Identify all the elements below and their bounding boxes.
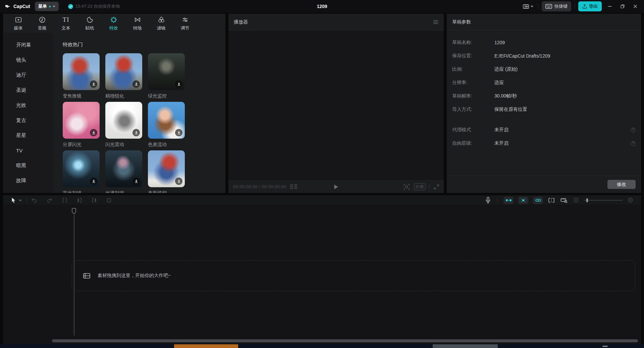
undo-button[interactable] xyxy=(31,197,38,203)
frame-list-icon[interactable] xyxy=(290,184,298,189)
tab-audio[interactable]: 音频 xyxy=(30,14,54,33)
effect-card[interactable]: 蓝光扫描 xyxy=(63,150,100,193)
category-item[interactable]: TV xyxy=(3,143,53,158)
effect-name: 表面模糊 xyxy=(148,190,185,193)
download-icon[interactable] xyxy=(175,129,182,136)
effect-card[interactable]: 绿光监控 xyxy=(148,53,185,99)
help-icon[interactable]: ? xyxy=(631,141,636,146)
effect-card[interactable]: 分屏闪光 xyxy=(63,102,100,148)
effect-thumbnail[interactable] xyxy=(105,150,142,187)
category-item[interactable]: 光效 xyxy=(3,98,53,113)
effect-card[interactable]: 精细锐化 xyxy=(105,53,142,99)
zoom-in-icon[interactable] xyxy=(627,197,634,203)
category-item[interactable]: 扭曲 xyxy=(3,188,53,193)
zoom-track xyxy=(584,200,623,201)
effect-thumbnail[interactable] xyxy=(105,53,142,90)
preview-axis-button[interactable] xyxy=(548,197,555,203)
effects-area: 特效热门 变焦推镜精细锐化绿光监控分屏闪光闪光震动色差流动蓝光扫描光谱扫描表面模… xyxy=(53,33,225,193)
player-menu-icon[interactable] xyxy=(433,20,438,24)
export-button[interactable]: 导出 xyxy=(578,1,602,11)
main-track-magnet-button[interactable] xyxy=(503,197,514,204)
horizontal-scrollbar[interactable] xyxy=(52,339,638,342)
tab-transition[interactable]: 转场 xyxy=(125,14,149,33)
effect-card[interactable]: 变焦推镜 xyxy=(63,53,100,99)
delete-right-icon[interactable] xyxy=(91,197,97,203)
download-icon[interactable] xyxy=(90,129,97,136)
category-item[interactable]: 星星 xyxy=(3,128,53,143)
restore-button[interactable] xyxy=(618,3,627,10)
select-tool-dropdown[interactable] xyxy=(18,199,22,202)
audio-icon xyxy=(39,16,46,24)
preview-quality-icon[interactable] xyxy=(404,184,410,190)
effect-card[interactable]: 闪光震动 xyxy=(105,102,142,148)
param-value: 未开启 xyxy=(494,140,508,146)
category-item[interactable]: 迪厅 xyxy=(3,68,53,83)
freeze-frame-icon[interactable] xyxy=(106,197,112,203)
param-row: 草稿帧率:30.00帧/秒 xyxy=(452,89,636,103)
delete-left-icon[interactable] xyxy=(76,197,83,203)
download-icon[interactable] xyxy=(132,80,140,88)
effect-thumbnail[interactable] xyxy=(63,150,100,187)
param-label: 导入方式: xyxy=(452,107,494,113)
redo-button[interactable] xyxy=(46,197,53,203)
tab-filter[interactable]: 滤镜 xyxy=(149,14,173,33)
effect-card[interactable]: 光谱扫描 xyxy=(105,150,142,193)
download-icon[interactable] xyxy=(132,129,140,136)
fullscreen-icon[interactable] xyxy=(434,184,439,190)
split-clip-icon[interactable] xyxy=(62,197,68,203)
effect-thumbnail[interactable] xyxy=(148,53,185,90)
effect-card[interactable]: 表面模糊 xyxy=(148,150,185,193)
download-icon[interactable] xyxy=(175,80,182,88)
timeline-zoom-slider[interactable] xyxy=(584,198,623,203)
tab-media[interactable]: 媒体 xyxy=(6,14,30,33)
effect-thumbnail[interactable] xyxy=(63,102,100,139)
effect-name: 精细锐化 xyxy=(105,93,142,99)
category-item[interactable]: 镜头 xyxy=(3,53,53,68)
panel-tabs: 媒体音频TI文本贴纸特效转场滤镜调节 xyxy=(3,14,225,33)
download-icon[interactable] xyxy=(90,178,97,185)
category-item[interactable]: 复古 xyxy=(3,113,53,128)
category-item[interactable]: 暗黑 xyxy=(3,158,53,173)
divider xyxy=(538,4,538,9)
section-title: 特效热门 xyxy=(63,42,225,48)
category-item[interactable]: 故障 xyxy=(3,173,53,188)
link-clips-button[interactable] xyxy=(533,197,543,204)
fit-timeline-button[interactable] xyxy=(560,197,568,204)
close-button[interactable] xyxy=(631,3,640,10)
tab-text[interactable]: TI文本 xyxy=(54,14,78,33)
playhead-handle[interactable] xyxy=(72,208,76,214)
ratio-button[interactable]: 比例 xyxy=(414,183,425,190)
effect-thumbnail[interactable] xyxy=(105,102,142,139)
effect-thumbnail[interactable] xyxy=(63,53,100,90)
tab-effects[interactable]: 特效 xyxy=(102,14,125,33)
effect-name: 分屏闪光 xyxy=(63,142,100,148)
menu-button[interactable]: 菜单 xyxy=(35,2,59,11)
record-voiceover-button[interactable] xyxy=(485,196,491,204)
player-viewport[interactable] xyxy=(228,30,444,180)
minimize-button[interactable] xyxy=(605,3,614,10)
effect-thumbnail[interactable] xyxy=(148,150,185,187)
auto-snap-button[interactable] xyxy=(518,197,528,204)
zoom-handle[interactable] xyxy=(586,198,588,202)
param-row: 保存位置:E:/EFI/CapCut Drafts/1209 xyxy=(452,49,636,63)
zoom-out-icon[interactable] xyxy=(573,197,579,203)
layout-switch-button[interactable] xyxy=(522,3,535,10)
effect-card[interactable]: 色差流动 xyxy=(148,102,185,148)
app-name: CapCut xyxy=(13,4,30,9)
shortcuts-button[interactable]: 快捷键 xyxy=(542,1,571,11)
modify-button[interactable]: 修改 xyxy=(607,180,636,189)
effect-thumbnail[interactable] xyxy=(148,102,185,139)
timeline-tracks-area[interactable]: 素材拖拽到这里，开始你的大作吧~ xyxy=(3,205,641,338)
divider xyxy=(497,198,497,203)
select-tool-button[interactable] xyxy=(10,197,17,204)
download-icon[interactable] xyxy=(90,80,97,88)
media-drop-zone[interactable]: 素材拖拽到这里，开始你的大作吧~ xyxy=(72,260,635,291)
tab-adjust[interactable]: 调节 xyxy=(173,14,197,33)
category-item[interactable]: 开闭幕 xyxy=(3,38,53,53)
category-item[interactable]: 圣诞 xyxy=(3,83,53,98)
play-button[interactable] xyxy=(334,184,338,190)
download-icon[interactable] xyxy=(175,178,182,185)
download-icon[interactable] xyxy=(132,178,140,185)
help-icon[interactable]: ? xyxy=(631,128,636,133)
tab-sticker[interactable]: 贴纸 xyxy=(78,14,102,33)
